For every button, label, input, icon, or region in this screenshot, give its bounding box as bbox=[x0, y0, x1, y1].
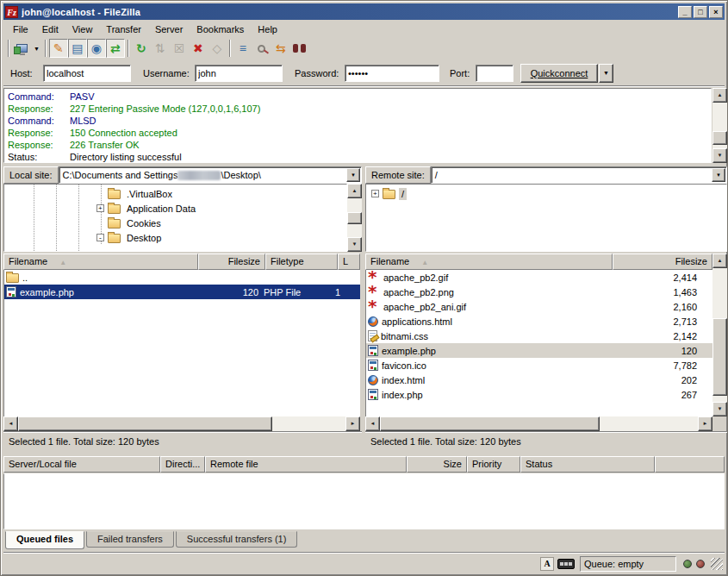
queue-col-remote-file[interactable]: Remote file bbox=[205, 456, 407, 473]
local-file-row-example-php[interactable]: example.php 120 PHP File 1 bbox=[4, 285, 360, 299]
titlebar[interactable]: Fz john@localhost - FileZilla _ □ × bbox=[3, 3, 725, 20]
toggle-message-log-button[interactable]: ✎ bbox=[49, 39, 68, 58]
maximize-button[interactable]: □ bbox=[694, 6, 707, 18]
remote-tree[interactable]: + / bbox=[365, 184, 727, 252]
tree-item-desktop[interactable]: - Desktop bbox=[96, 230, 164, 245]
toggle-remote-treeview-button[interactable]: ◉ bbox=[87, 39, 106, 58]
remote-hscrollbar[interactable]: ◄ ► bbox=[365, 416, 712, 431]
queue-col-priority[interactable]: Priority bbox=[467, 456, 520, 473]
local-tree[interactable]: .VirtualBox + Application Data Cookies -… bbox=[3, 184, 347, 252]
scrollbar-thumb[interactable] bbox=[18, 416, 272, 431]
username-input[interactable] bbox=[195, 65, 283, 82]
scroll-up-icon[interactable]: ▲ bbox=[347, 184, 362, 198]
close-button[interactable]: × bbox=[709, 6, 723, 18]
scroll-down-icon[interactable]: ▼ bbox=[712, 402, 727, 416]
remote-col-filesize[interactable]: Filesize bbox=[613, 254, 712, 270]
menu-edit[interactable]: Edit bbox=[36, 22, 65, 36]
scrollbar-thumb[interactable] bbox=[380, 416, 600, 431]
local-tree-scrollbar[interactable]: ▲ ▼ bbox=[347, 184, 362, 252]
remote-file-list[interactable]: apache_pb2.gif2,414 apache_pb2.png1,463 … bbox=[365, 270, 712, 416]
scroll-left-icon[interactable]: ◄ bbox=[3, 416, 18, 431]
menu-server[interactable]: Server bbox=[149, 22, 189, 36]
scroll-down-icon[interactable]: ▼ bbox=[347, 237, 362, 252]
queue-col-server-local-file[interactable]: Server/Local file bbox=[3, 456, 160, 473]
tab-queued-files[interactable]: Queued files bbox=[5, 531, 84, 549]
scrollbar-thumb[interactable] bbox=[712, 131, 727, 145]
toggle-transfer-queue-button[interactable]: ⇄ bbox=[106, 39, 125, 58]
password-input[interactable] bbox=[345, 65, 439, 82]
queue-col-status[interactable]: Status bbox=[520, 456, 655, 473]
scrollbar-thumb[interactable] bbox=[712, 318, 727, 396]
filter-button[interactable]: ≡ bbox=[233, 39, 252, 58]
menu-bookmarks[interactable]: Bookmarks bbox=[190, 22, 250, 36]
minimize-button[interactable]: _ bbox=[678, 6, 692, 18]
log-scrollbar[interactable]: ▲ ▼ bbox=[712, 88, 727, 163]
remote-list-scrollbar[interactable]: ▲ ▼ bbox=[712, 254, 727, 416]
process-queue-button[interactable]: ⇅ bbox=[151, 39, 170, 58]
speed-limits-icon[interactable] bbox=[557, 559, 575, 569]
remote-file-row[interactable]: favicon.ico7,782 bbox=[366, 358, 712, 373]
local-site-combo[interactable]: C:\Documents and Settings\Desktop\ ▼ bbox=[59, 166, 362, 184]
message-log[interactable]: Command:PASV Response:227 Entering Passi… bbox=[3, 88, 712, 163]
menu-help[interactable]: Help bbox=[252, 22, 283, 36]
scroll-right-icon[interactable]: ► bbox=[698, 416, 712, 431]
remote-file-row[interactable]: apache_pb2_ani.gif2,160 bbox=[366, 299, 712, 314]
data-type-indicator-icon[interactable]: A bbox=[540, 557, 554, 571]
tree-item-virtualbox[interactable]: .VirtualBox bbox=[96, 186, 175, 201]
collapse-minus-icon[interactable]: - bbox=[96, 234, 104, 241]
tree-item-root[interactable]: + / bbox=[371, 186, 407, 201]
scroll-right-icon[interactable]: ► bbox=[345, 416, 360, 431]
remote-file-row[interactable]: bitnami.css2,142 bbox=[366, 329, 712, 343]
scroll-left-icon[interactable]: ◄ bbox=[365, 416, 380, 431]
remote-file-row[interactable]: apache_pb2.png1,463 bbox=[366, 285, 712, 299]
scroll-down-icon[interactable]: ▼ bbox=[712, 148, 727, 163]
local-hscrollbar[interactable]: ◄ ► bbox=[3, 416, 360, 431]
menu-file[interactable]: File bbox=[7, 22, 34, 36]
local-file-list[interactable]: .. example.php 120 PHP File 1 bbox=[3, 270, 360, 416]
scroll-up-icon[interactable]: ▲ bbox=[712, 254, 727, 268]
tab-successful-transfers[interactable]: Successful transfers (1) bbox=[176, 531, 298, 548]
menu-transfer[interactable]: Transfer bbox=[100, 22, 147, 36]
remote-file-row[interactable]: index.php267 bbox=[366, 387, 712, 402]
queue-col-size[interactable]: Size bbox=[407, 456, 467, 473]
remote-col-filename[interactable]: Filename▲ bbox=[365, 254, 613, 270]
queue-body[interactable] bbox=[3, 473, 725, 529]
remote-site-combo[interactable]: / ▼ bbox=[431, 166, 727, 184]
port-input[interactable] bbox=[476, 65, 513, 82]
expand-plus-icon[interactable]: + bbox=[371, 190, 379, 197]
search-button[interactable] bbox=[290, 39, 309, 58]
tree-item-cookies[interactable]: Cookies bbox=[96, 216, 164, 230]
redacted-username bbox=[177, 171, 221, 180]
quickconnect-button[interactable]: Quickconnect bbox=[520, 64, 598, 83]
remote-file-row-selected[interactable]: example.php120 bbox=[366, 343, 712, 358]
tab-failed-transfers[interactable]: Failed transfers bbox=[86, 531, 174, 548]
refresh-button[interactable]: ↻ bbox=[132, 39, 151, 58]
synchronized-browsing-button[interactable]: ⇆ bbox=[271, 39, 290, 58]
quickconnect-dropdown[interactable]: ▼ bbox=[599, 64, 613, 83]
combo-dropdown-icon[interactable]: ▼ bbox=[346, 168, 360, 182]
host-input[interactable] bbox=[43, 65, 131, 82]
expand-plus-icon[interactable]: + bbox=[96, 204, 104, 212]
scrollbar-thumb[interactable] bbox=[347, 212, 362, 224]
disconnect-button[interactable]: ✖ bbox=[189, 39, 208, 58]
remote-file-row[interactable]: apache_pb2.gif2,414 bbox=[366, 270, 712, 285]
local-col-last-modified[interactable]: L bbox=[338, 254, 360, 270]
reconnect-button[interactable]: ◇ bbox=[208, 39, 227, 58]
local-file-row-up[interactable]: .. bbox=[4, 270, 360, 285]
scroll-up-icon[interactable]: ▲ bbox=[712, 88, 727, 103]
menu-view[interactable]: View bbox=[66, 22, 99, 36]
directory-comparison-button[interactable] bbox=[252, 39, 271, 58]
local-col-filesize[interactable]: Filesize bbox=[198, 254, 265, 270]
resize-grip[interactable] bbox=[711, 558, 723, 570]
site-manager-button[interactable] bbox=[12, 39, 31, 58]
cancel-operation-button[interactable]: ☒ bbox=[170, 39, 189, 58]
toggle-local-treeview-button[interactable]: ▤ bbox=[68, 39, 87, 58]
remote-file-row[interactable]: index.html202 bbox=[366, 373, 712, 387]
remote-file-row[interactable]: applications.html2,713 bbox=[366, 314, 712, 329]
combo-dropdown-icon[interactable]: ▼ bbox=[712, 168, 725, 182]
tree-item-application-data[interactable]: + Application Data bbox=[96, 201, 198, 216]
queue-col-direction[interactable]: Directi... bbox=[160, 456, 205, 473]
site-manager-dropdown[interactable]: ▼ bbox=[31, 46, 42, 52]
local-col-filetype[interactable]: Filetype bbox=[265, 254, 338, 270]
local-col-filename[interactable]: Filename▲ bbox=[3, 254, 198, 270]
